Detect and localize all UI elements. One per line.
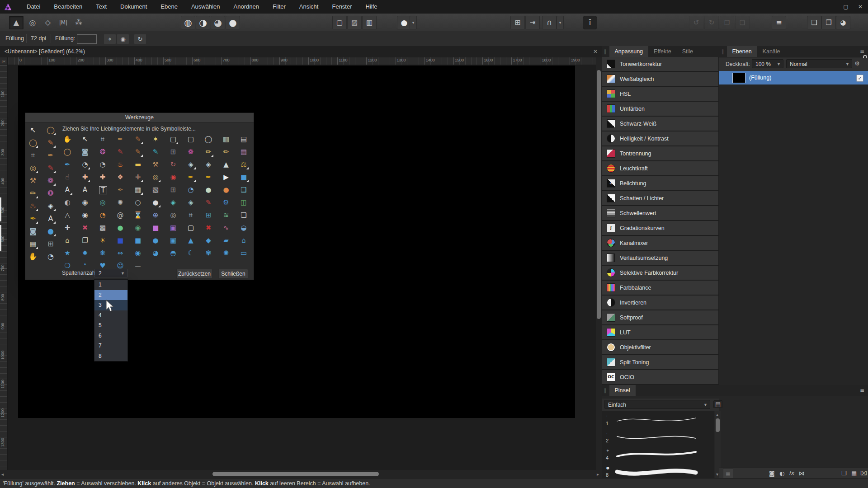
wave-circle-filter[interactable]: ◉ xyxy=(79,209,91,221)
brush-item-4[interactable]: +4 xyxy=(602,446,714,463)
plain-sphere-icon[interactable]: ● xyxy=(226,16,240,29)
lasso-tool[interactable]: ◯ xyxy=(45,124,57,136)
chalk-brush-2[interactable]: ✏ xyxy=(220,146,232,158)
pages-filter[interactable]: ❐ xyxy=(79,235,91,246)
gear-icon[interactable]: ⚙ xyxy=(854,61,860,66)
ellipse-marquee-tool[interactable]: ◯ xyxy=(203,133,214,145)
tone-mapping-persona-button[interactable]: |M| xyxy=(56,16,71,29)
shape-circle[interactable]: ● xyxy=(150,235,161,246)
stamp-tool[interactable]: ⚒ xyxy=(27,175,39,187)
adjustment-item-objektivfilter[interactable]: Objektivfilter xyxy=(602,340,718,354)
red-cross-filter[interactable]: ✖ xyxy=(79,222,91,234)
reset-button[interactable]: Zurücksetzen xyxy=(176,269,212,279)
grid-button[interactable]: ⊞ xyxy=(510,16,525,29)
panel-menu-icon[interactable]: ≡ xyxy=(860,385,864,396)
eye-sphere-filter[interactable]: ◉ xyxy=(132,222,144,234)
menu-bearbeiten[interactable]: Bearbeiten xyxy=(47,0,89,14)
tools-dialog-titlebar[interactable]: Werkzeuge xyxy=(25,113,254,122)
paint-brush-2[interactable]: ✎ xyxy=(132,146,144,158)
pixel-tool[interactable]: ⊞ xyxy=(167,146,179,158)
geometry-button[interactable]: ◕ xyxy=(836,16,850,29)
fountain-pen-tool[interactable]: ✒ xyxy=(27,213,39,225)
adjustment-icon[interactable]: ◐ xyxy=(779,468,784,479)
text-tool[interactable]: A xyxy=(45,213,57,225)
ripples-filter[interactable]: ◎ xyxy=(167,209,179,221)
shape-rounded-square[interactable]: ▣ xyxy=(167,235,179,246)
cone-tool[interactable]: ▲ xyxy=(220,159,232,170)
mesh-warp-tool[interactable]: ▦ xyxy=(132,184,144,196)
layer-visibility-checkbox[interactable]: ✓ xyxy=(856,75,863,82)
dot-pattern-filter[interactable]: ▩ xyxy=(97,222,108,234)
pincushion-filter[interactable]: ⌗ xyxy=(185,209,197,221)
glow-square-filter[interactable]: ▢ xyxy=(185,222,197,234)
adjustment-item-hsl[interactable]: HSL xyxy=(602,87,718,101)
color-brush[interactable]: ❁ xyxy=(185,146,197,158)
blur-tool[interactable]: ◈ xyxy=(185,159,197,170)
column-option-8[interactable]: 8 xyxy=(94,351,127,361)
adjustment-item-ocio[interactable]: OCOCIO xyxy=(602,370,718,384)
horizontal-scroll-thumb[interactable] xyxy=(212,472,379,476)
rect-marquee-tool[interactable]: ▢ xyxy=(167,133,179,145)
paste-disabled-button[interactable]: ❏ xyxy=(735,16,750,29)
vertical-scroll-thumb[interactable] xyxy=(597,70,601,319)
rect-shape-tool[interactable]: ■ xyxy=(238,171,250,183)
menu-auswählen[interactable]: Auswählen xyxy=(184,0,227,14)
menu-fenster[interactable]: Fenster xyxy=(325,0,359,14)
copy-disabled-button[interactable]: ❐ xyxy=(720,16,734,29)
column-option-1[interactable]: 1 xyxy=(94,280,127,290)
column-option-5[interactable]: 5 xyxy=(94,320,127,331)
color-wheel-brush[interactable]: ❂ xyxy=(97,146,108,158)
tab-anpassung[interactable]: Anpassung xyxy=(609,46,649,57)
rect-marquee-2[interactable]: ▢ xyxy=(185,133,197,145)
lamp-light-filter[interactable]: ⌂ xyxy=(61,235,73,246)
green-sphere-filter[interactable]: ● xyxy=(114,222,126,234)
shape-tear[interactable]: ❛ xyxy=(79,260,91,272)
concentric-rings-filter[interactable]: ◎ xyxy=(97,197,108,208)
perspective-tool[interactable]: ▧ xyxy=(150,184,161,196)
watercolor-brush[interactable]: ✒ xyxy=(61,159,73,170)
flame-brush-tool[interactable]: ♨ xyxy=(27,200,39,212)
undo-button[interactable]: ↺ xyxy=(689,16,703,29)
adjustment-item-wei-abgleich[interactable]: Weißabgleich xyxy=(602,72,718,86)
blemish-removal-tool[interactable]: ✛ xyxy=(132,171,144,183)
spiral-filter[interactable]: @ xyxy=(114,209,126,221)
orange-pac-filter[interactable]: ◔ xyxy=(97,209,108,221)
menu-dokument[interactable]: Dokument xyxy=(113,0,154,14)
live-filter-icon[interactable]: ⋈ xyxy=(799,468,805,479)
snap-button[interactable]: ⇥ xyxy=(525,16,540,29)
paint-brush-tool[interactable]: ✎ xyxy=(45,162,57,174)
glow-sphere-filter[interactable]: ● xyxy=(203,184,214,196)
striped-circle-filter[interactable]: ◫ xyxy=(238,197,250,208)
adjustment-item-schwellenwert[interactable]: Schwellenwert xyxy=(602,206,718,220)
menu-text[interactable]: Text xyxy=(89,0,113,14)
scroll-left-icon[interactable]: ◂ xyxy=(1,472,4,477)
patch-tool[interactable]: ❖ xyxy=(114,171,126,183)
opacity-dropdown[interactable]: 100 %▼ xyxy=(752,59,783,68)
adjustment-item-lut[interactable]: LUT xyxy=(602,325,718,339)
scroll-down-icon[interactable]: ▾ xyxy=(716,472,718,477)
column-option-7[interactable]: 7 xyxy=(94,341,127,351)
magnet-dropdown-arrow[interactable]: ▾ xyxy=(557,16,564,29)
grid-warp-tool[interactable]: ⊞ xyxy=(167,184,179,196)
shape-cloud[interactable]: ✺ xyxy=(220,247,232,259)
flood-select-tool[interactable]: ✶ xyxy=(150,133,161,145)
square-in-square-filter[interactable]: ▣ xyxy=(167,222,179,234)
brush-category-dropdown[interactable]: Einfach▼ xyxy=(604,400,710,409)
pen-tool[interactable]: ✒ xyxy=(185,171,197,183)
assistant-manager-button[interactable]: ī xyxy=(583,16,597,29)
menu-datei[interactable]: Datei xyxy=(20,0,47,14)
snap-center-icon[interactable]: ⌖ xyxy=(104,34,116,44)
circle-outline-filter[interactable]: ○ xyxy=(132,197,144,208)
shape-pie[interactable]: ◕ xyxy=(150,247,161,259)
fx-icon[interactable]: fx xyxy=(789,468,794,479)
triangle-dots-filter[interactable]: △ xyxy=(61,209,73,221)
adjustment-item-invertieren[interactable]: Invertieren xyxy=(602,296,718,310)
red-brush-2[interactable]: ✎ xyxy=(203,197,214,208)
wave-av-filter[interactable]: ∿ xyxy=(220,222,232,234)
arrange-back-button[interactable]: ❐ xyxy=(821,16,836,29)
twirl-brush[interactable]: ↻ xyxy=(167,159,179,170)
adjustment-item-split-toning[interactable]: Split Toning xyxy=(602,355,718,369)
flame-brush[interactable]: ♨ xyxy=(114,159,126,170)
freehand-select-tool[interactable]: ◯ xyxy=(27,137,39,149)
red-eye-tool[interactable]: ◉ xyxy=(167,171,179,183)
